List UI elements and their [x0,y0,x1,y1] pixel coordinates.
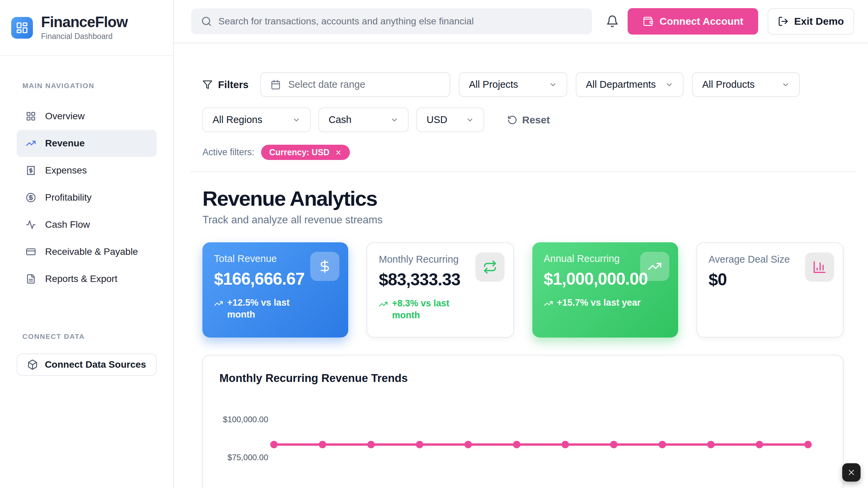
trending-up-icon [379,300,388,309]
reset-label: Reset [522,114,550,126]
trending-up-icon [640,252,669,281]
active-filters-label: Active filters: [202,147,254,158]
sidebar-item-expenses[interactable]: Expenses [17,157,157,184]
sidebar-item-label: Revenue [45,138,85,149]
file-text-icon [26,274,36,284]
chevron-down-icon [665,81,673,89]
filters-label: Filters [218,79,249,90]
chevron-down-icon [390,116,398,124]
total-revenue-card[interactable]: Total Revenue $166,666.67 +12.5% vs last… [202,242,348,338]
sidebar-item-overview[interactable]: Overview [17,103,157,130]
trending-up-icon [26,138,36,148]
chevron-down-icon [292,116,300,124]
sidebar-section-label: MAIN NAVIGATION [22,82,173,90]
departments-select-value: All Departments [586,79,656,90]
mrr-trends-chart-card: Monthly Recurring Revenue Trends $100,00… [202,355,844,488]
filters-title: Filters [202,79,249,90]
circle-dollar-icon [26,192,36,203]
exit-demo-button[interactable]: Exit Demo [768,8,854,35]
exit-demo-label: Exit Demo [794,16,844,27]
app-subtitle: Financial Dashboard [41,32,127,41]
card-delta: +15.7% vs last year [544,297,667,309]
credit-card-icon [26,247,36,257]
sidebar: FinanceFlow Financial Dashboard MAIN NAV… [0,0,174,488]
chevron-down-icon [782,81,790,89]
projects-select-value: All Projects [469,79,518,90]
log-out-icon [778,16,789,27]
annual-recurring-card[interactable]: Annual Recurring $1,000,000.00 +15.7% vs… [532,242,678,338]
sidebar-item-label: Profitability [45,192,92,203]
receipt-icon [26,165,36,176]
sidebar-item-profitability[interactable]: Profitability [17,184,157,211]
app-logo-icon [11,17,33,39]
dollar-icon [310,252,339,281]
page-subtitle: Track and analyze all revenue streams [202,214,856,226]
layout-grid-icon [26,111,36,121]
sidebar-item-label: Cash Flow [45,219,90,230]
activity-icon [26,220,36,230]
sidebar-item-receivable-payable[interactable]: Receivable & Payable [17,238,157,265]
sidebar-item-label: Reports & Export [45,273,117,284]
card-delta-text: +12.5% vs last month [227,297,305,321]
card-delta: +8.3% vs last month [379,298,501,321]
mrr-line-chart[interactable]: $100,000.00$75,000.00$50,000.00 [203,355,844,488]
sidebar-item-cash-flow[interactable]: Cash Flow [17,211,157,238]
sidebar-item-label: Overview [45,111,85,122]
cash-basis-select[interactable]: Cash [318,107,409,132]
currency-select[interactable]: USD [416,107,484,132]
box-icon [27,359,38,370]
sidebar-item-revenue[interactable]: Revenue [17,130,157,157]
trending-up-icon [544,299,553,308]
date-range-placeholder: Select date range [288,79,365,90]
bell-icon [606,15,619,28]
active-filter-chip-label: Currency: USD [269,147,330,157]
card-delta: +12.5% vs last month [214,297,337,321]
connect-account-label: Connect Account [659,16,743,27]
monthly-recurring-card[interactable]: Monthly Recurring $83,333.33 +8.3% vs la… [367,242,514,338]
calendar-icon [271,80,281,90]
search-bar[interactable] [191,8,592,34]
products-select[interactable]: All Products [692,72,800,97]
average-deal-size-card[interactable]: Average Deal Size $0 [696,242,844,338]
sidebar-item-label: Expenses [45,165,87,176]
active-filter-chip[interactable]: Currency: USD [261,145,350,160]
section-divider [191,171,856,172]
notifications-bell-button[interactable] [606,15,619,28]
date-range-input[interactable]: Select date range [260,72,450,97]
departments-select[interactable]: All Departments [576,72,684,97]
app-title: FinanceFlow [41,14,127,30]
rotate-ccw-icon [507,115,517,125]
repeat-icon [475,252,505,282]
x-icon [847,468,856,477]
regions-select[interactable]: All Regions [202,107,311,132]
chevron-down-icon [466,116,474,124]
reset-filters-button[interactable]: Reset [507,114,550,126]
projects-select[interactable]: All Projects [459,72,567,97]
wallet-icon [643,16,653,27]
main-navigation: Overview Revenue Expenses Profitability … [0,103,173,292]
filter-funnel-icon [202,80,213,90]
chevron-down-icon [549,81,557,89]
active-filters-row: Active filters: Currency: USD [202,145,856,160]
svg-text:$75,000.00: $75,000.00 [228,453,268,462]
regions-select-value: All Regions [213,114,262,125]
sidebar-item-label: Receivable & Payable [45,246,138,257]
products-select-value: All Products [702,79,755,90]
connect-data-section-label: CONNECT DATA [22,332,173,341]
sidebar-item-reports-export[interactable]: Reports & Export [17,265,157,292]
close-icon[interactable] [335,149,342,156]
search-icon [201,16,212,27]
connect-data-sources-button[interactable]: Connect Data Sources [17,353,157,376]
stat-cards: Total Revenue $166,666.67 +12.5% vs last… [202,242,844,338]
content-area: Filters Select date range All Projects A… [174,43,868,488]
cash-basis-select-value: Cash [329,114,352,125]
search-input[interactable] [218,16,582,27]
currency-select-value: USD [427,114,447,125]
svg-text:$100,000.00: $100,000.00 [223,415,268,424]
close-widget-button[interactable] [842,463,861,482]
connect-account-button[interactable]: Connect Account [628,8,758,35]
app-logo: FinanceFlow Financial Dashboard [0,0,173,56]
trending-up-icon [214,299,223,308]
page-title: Revenue Analytics [202,186,856,210]
card-delta-text: +8.3% vs last month [392,298,470,321]
